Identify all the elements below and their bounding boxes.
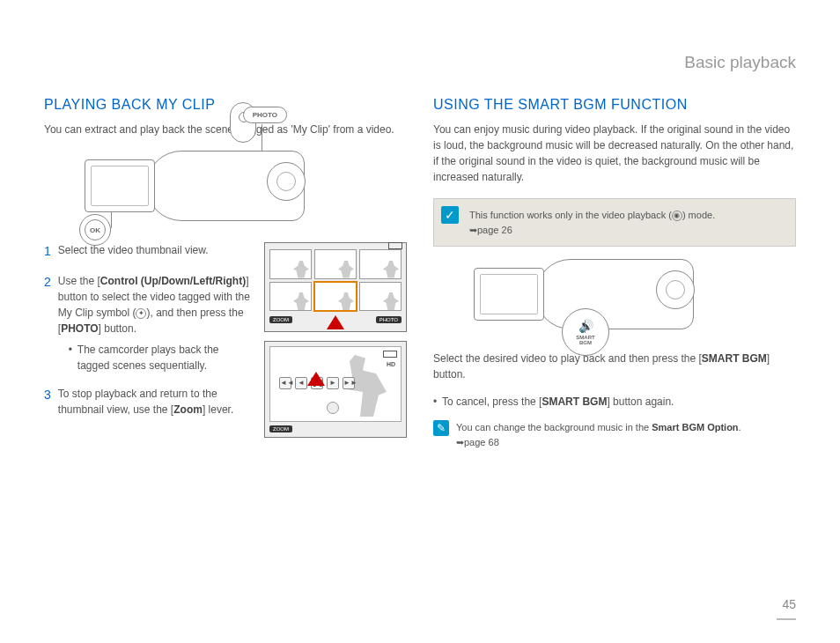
step-number: 3 bbox=[44, 386, 51, 418]
breadcrumb: Basic playback bbox=[684, 53, 796, 72]
page-number: 45 bbox=[782, 597, 796, 611]
photo-button-label: PHOTO bbox=[376, 316, 402, 323]
ok-callout: OK bbox=[79, 214, 111, 246]
step-number: 2 bbox=[44, 273, 51, 373]
steps-list: 1 Select the video thumbnail view. 2 Use… bbox=[44, 242, 254, 447]
right-intro: You can enjoy music during video playbac… bbox=[433, 122, 796, 185]
myclip-icon: ✦ bbox=[136, 308, 146, 319]
zoom-button-label: ZOOM bbox=[269, 316, 292, 323]
camcorder-illustration-right: SMART BGM bbox=[433, 259, 796, 333]
page-reference: ➥page 26 bbox=[469, 225, 512, 235]
photo-callout: PHOTO bbox=[243, 107, 287, 123]
left-title: PLAYING BACK MY CLIP bbox=[44, 97, 407, 113]
arrow-up-icon bbox=[327, 315, 344, 329]
page-reference: ➥page 68 bbox=[456, 437, 499, 447]
screen-examples: ZOOM PHOTO HD ◄◄◄❚❚►►► bbox=[264, 242, 407, 447]
page-number-underline bbox=[777, 618, 796, 620]
step-text: To stop playback and return to the thumb… bbox=[58, 386, 254, 418]
step-text: Select the video thumbnail view. bbox=[58, 242, 254, 261]
zoom-button-label: ZOOM bbox=[269, 425, 292, 432]
step-bullet: The camcorder plays back the tagged scen… bbox=[69, 342, 254, 373]
left-column: PLAYING BACK MY CLIP You can extract and… bbox=[44, 97, 407, 449]
playback-mode-icon: ◉ bbox=[672, 211, 682, 221]
right-body: Select the desired video to play back an… bbox=[433, 351, 796, 382]
left-intro: You can extract and play back the scenes… bbox=[44, 122, 407, 137]
note-icon: ✎ bbox=[433, 420, 449, 436]
note-box: ✓ This function works only in the video … bbox=[433, 198, 796, 247]
note-inline: ✎ You can change the background music in… bbox=[433, 420, 796, 449]
camcorder-illustration-left: PHOTO OK bbox=[44, 151, 407, 225]
arrow-up-icon bbox=[307, 372, 325, 386]
hd-badge: HD bbox=[387, 361, 395, 367]
check-icon: ✓ bbox=[441, 206, 459, 224]
thumbnail-view-screen: ZOOM PHOTO bbox=[264, 242, 407, 332]
right-title: USING THE SMART BGM FUNCTION bbox=[433, 97, 796, 113]
playback-screen: HD ◄◄◄❚❚►►► ZOOM bbox=[264, 341, 407, 438]
right-bullet: To cancel, press the [SMART BGM] button … bbox=[433, 395, 796, 408]
step-text: Use the [Control (Up/Down/Left/Right)] b… bbox=[58, 273, 254, 373]
step-number: 1 bbox=[44, 242, 51, 261]
right-column: USING THE SMART BGM FUNCTION You can enj… bbox=[433, 97, 796, 449]
smart-bgm-callout: SMART BGM bbox=[562, 308, 609, 356]
